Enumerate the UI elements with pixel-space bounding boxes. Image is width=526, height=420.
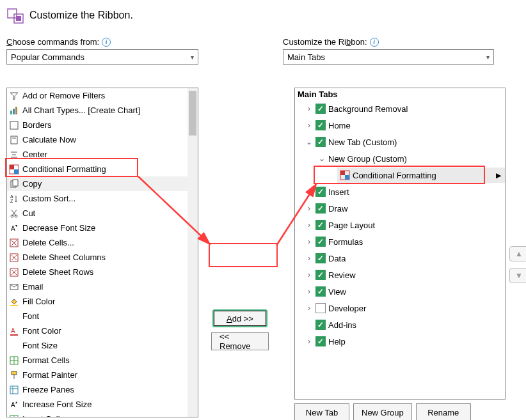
svg-text:A: A <box>11 327 15 334</box>
tree-row[interactable]: ›✓Page Layout <box>295 217 505 233</box>
command-icon: A▾ <box>8 222 20 234</box>
tree-row[interactable]: ›✓Insert <box>295 183 505 200</box>
expand-arrow-icon[interactable]: › <box>305 204 313 213</box>
expand-arrow-icon[interactable]: ⌄ <box>305 137 313 146</box>
ribbon-tree[interactable]: Main Tabs ›✓Background Removal›✓Home⌄✓Ne… <box>294 88 506 400</box>
tree-row[interactable]: ›✓Background Removal <box>295 100 505 117</box>
scrollbar-thumb[interactable] <box>189 91 196 136</box>
conditional-formatting-item[interactable]: Conditional Formatting▶ <box>337 167 505 183</box>
list-item[interactable]: Copy <box>7 176 198 191</box>
tree-item-label: New Group (Custom) <box>328 154 407 164</box>
tree-row[interactable]: ›✓Draw <box>295 200 505 217</box>
add-button[interactable]: Add >> <box>212 309 267 327</box>
tree-row[interactable]: ›✓Home <box>295 117 505 134</box>
info-icon[interactable]: i <box>102 38 111 47</box>
checkbox-icon[interactable] <box>315 303 326 313</box>
checkbox-icon[interactable]: ✓ <box>315 320 326 330</box>
tree-row[interactable]: ›✓View <box>295 283 505 300</box>
list-item[interactable]: Font Size▾ <box>7 338 198 353</box>
commands-listbox[interactable]: Add or Remove FiltersAll Chart Types... … <box>6 88 198 417</box>
expand-arrow-icon[interactable]: › <box>305 237 313 246</box>
checkbox-icon[interactable]: ✓ <box>315 336 326 346</box>
checkbox-icon[interactable]: ✓ <box>315 187 326 197</box>
list-item[interactable]: Format Painter <box>7 368 198 382</box>
expand-arrow-icon[interactable]: › <box>305 254 313 263</box>
expand-arrow-icon[interactable]: ⌄ <box>318 154 326 163</box>
svg-rect-2 <box>16 16 21 21</box>
expand-arrow-icon[interactable]: › <box>305 337 313 346</box>
list-item[interactable]: A▾Decrease Font Size <box>7 221 198 235</box>
list-item[interactable]: All Chart Types... [Create Chart] <box>7 103 198 118</box>
command-label: Increase Font Size <box>22 400 198 409</box>
list-item[interactable]: Delete Sheet Columns <box>7 250 198 265</box>
tree-item-label: Add-ins <box>328 320 356 330</box>
rename-button[interactable]: Rename <box>416 403 471 420</box>
checkbox-icon[interactable]: ✓ <box>315 286 326 297</box>
tree-row[interactable]: ✓Add-ins <box>295 316 505 333</box>
expand-arrow-icon[interactable]: › <box>305 287 313 296</box>
list-item[interactable]: Freeze Panes|▶ <box>7 382 198 397</box>
checkbox-icon[interactable]: ✓ <box>315 120 326 130</box>
list-item[interactable]: Delete Sheet Rows <box>7 265 198 279</box>
new-group-button[interactable]: New Group <box>353 403 412 420</box>
list-item[interactable]: Email <box>7 279 198 294</box>
list-item[interactable]: Cut <box>7 206 198 221</box>
scrollbar[interactable] <box>187 88 198 417</box>
list-item[interactable]: Insert Cells <box>7 412 198 417</box>
svg-rect-0 <box>8 9 17 18</box>
list-item[interactable]: A▴Increase Font Size <box>7 397 198 412</box>
list-item[interactable]: Conditional Formatting|▶ <box>7 162 198 176</box>
checkbox-icon[interactable]: ✓ <box>315 104 326 114</box>
command-label: Format Cells <box>22 355 198 365</box>
tree-item-label: Developer <box>328 304 366 313</box>
list-item[interactable]: Format Cells <box>7 353 198 368</box>
tree-item-label: Page Layout <box>328 221 375 230</box>
tree-row[interactable]: ⌄✓New Tab (Custom) <box>295 134 505 150</box>
customize-ribbon-dropdown[interactable]: Main Tabs▾ <box>283 49 494 65</box>
tree-row[interactable]: ›Developer <box>295 300 505 316</box>
expand-arrow-icon[interactable]: › <box>305 104 313 113</box>
tree-item-label: Insert <box>328 187 349 197</box>
command-label: Format Painter <box>22 370 198 380</box>
checkbox-icon[interactable]: ✓ <box>315 137 326 147</box>
tree-row[interactable]: ⌄New Group (Custom) <box>295 150 505 167</box>
svg-rect-37 <box>10 334 18 336</box>
chevron-down-icon: ▾ <box>191 54 194 61</box>
tree-item-label: Background Removal <box>328 104 408 114</box>
checkbox-icon[interactable]: ✓ <box>315 237 326 247</box>
checkbox-icon[interactable]: ✓ <box>315 253 326 263</box>
list-item[interactable]: Calculate Now <box>7 132 198 147</box>
list-item[interactable]: Add or Remove Filters <box>7 88 198 103</box>
command-label: Custom Sort... <box>22 194 198 203</box>
tree-row[interactable]: ›✓Help <box>295 333 505 350</box>
remove-button[interactable]: << Remove <box>211 332 269 350</box>
move-up-button[interactable]: ▲ <box>509 246 526 261</box>
tree-row[interactable]: ›✓Data <box>295 250 505 267</box>
expand-arrow-icon[interactable]: › <box>305 304 313 313</box>
tree-row[interactable]: Conditional Formatting▶ <box>295 167 505 183</box>
move-down-button[interactable]: ▼ <box>509 268 526 283</box>
list-item[interactable]: Fill Color|▶ <box>7 294 198 309</box>
svg-rect-6 <box>10 121 18 129</box>
expand-arrow-icon[interactable]: › <box>305 270 313 279</box>
list-item[interactable]: Center <box>7 147 198 162</box>
new-tab-button[interactable]: New Tab <box>294 403 349 420</box>
choose-commands-dropdown[interactable]: Popular Commands▾ <box>6 49 198 65</box>
command-label: Calculate Now <box>22 135 198 144</box>
submenu-indicator: ▶ <box>496 171 501 180</box>
checkbox-icon[interactable]: ✓ <box>315 203 326 214</box>
expand-arrow-icon[interactable]: › <box>305 187 313 196</box>
tree-row[interactable]: ›✓Review <box>295 267 505 283</box>
list-item[interactable]: Borders|▶ <box>7 118 198 132</box>
tree-row[interactable]: ›✓Formulas <box>295 233 505 250</box>
info-icon[interactable]: i <box>370 38 379 47</box>
checkbox-icon[interactable]: ✓ <box>315 220 326 230</box>
list-item[interactable]: Font▾ <box>7 309 198 323</box>
list-item[interactable]: AFont Color|▶ <box>7 323 198 338</box>
list-item[interactable]: AZCustom Sort... <box>7 191 198 206</box>
list-item[interactable]: Delete Cells... <box>7 235 198 250</box>
command-icon <box>8 149 20 160</box>
checkbox-icon[interactable]: ✓ <box>315 270 326 280</box>
expand-arrow-icon[interactable]: › <box>305 221 313 229</box>
expand-arrow-icon[interactable]: › <box>305 121 313 130</box>
